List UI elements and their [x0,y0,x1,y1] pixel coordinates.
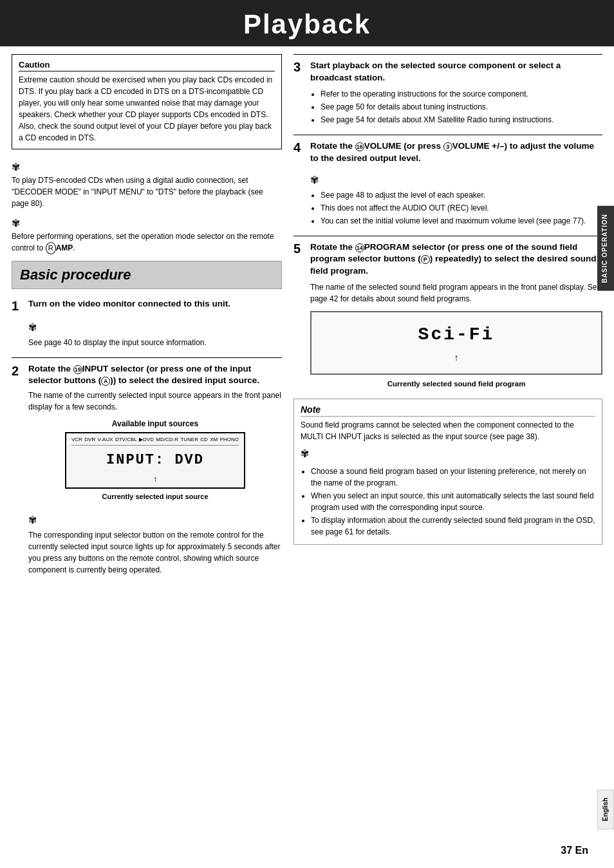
step3-header: 3 Start playback on the selected source … [293,60,602,84]
step5-header: 5 Rotate the 14PROGRAM selector (or pres… [293,241,602,278]
note-tip-bullet-2: When you select an input source, this un… [311,490,595,513]
tip1-section: ✾ To play DTS-encoded CDs when using a d… [12,157,282,209]
step3-bullet-2: See page 50 for details about tuning ins… [321,101,602,113]
step1-tip-icon: ✾ [28,320,37,335]
step1-title: Turn on the video monitor connected to t… [28,298,230,310]
step2-input-label: INPUT [82,364,109,373]
step2-tip-icon: ✾ [28,513,37,528]
step1-tip-text: See page 40 to display the input source … [28,338,207,347]
step4-vol2: VOLUME +/– [452,141,505,151]
side-tab-english: English [597,789,614,829]
step5-display-container: Sci-Fi ↑ [310,311,602,375]
step5-circle2: P [421,255,430,264]
step4-tip-icon: ✾ [310,173,319,188]
note-tip-bullets: Choose a sound field program based on yo… [311,466,595,538]
step2-a-circle: A [101,377,110,386]
note-tip-section: ✾ Choose a sound field program based on … [301,442,595,538]
step4-title: Rotate the 16VOLUME (or press 3VOLUME +/… [310,140,602,165]
step5-prog: PROGRAM [364,242,410,252]
section-title: Basic procedure [20,267,274,283]
side-tab-label: BASIC OPERATION [601,214,608,283]
step2: 2 Rotate the 19INPUT selector (or press … [12,357,282,576]
caution-title: Caution [19,60,275,71]
tip2-section: ✾ Before performing operations, set the … [12,213,282,254]
main-content: Caution Extreme caution should be exerci… [0,54,614,585]
tip2-text: Before performing operations, set the op… [12,231,282,254]
step3-bullets: Refer to the operating instructions for … [321,88,602,126]
step1: 1 Turn on the video monitor connected to… [12,298,282,348]
step5-display-arrow: ↑ [321,351,592,364]
note-tip-bullet-1: Choose a sound field program based on yo… [311,466,595,489]
right-column: 3 Start playback on the selected source … [293,54,602,585]
step2-display-arrow: ↑ [71,473,239,485]
note-title: Note [301,404,595,417]
step4-bullet-3: You can set the initial volume level and… [321,215,602,227]
step3-body: Refer to the operating instructions for … [310,88,602,126]
step2-body: The name of the currently selected input… [28,390,282,576]
side-tab-operation: BASIC OPERATION [597,206,614,291]
note-box: Note Sound field programs cannot be sele… [293,399,602,545]
left-column: Caution Extreme caution should be exerci… [12,54,282,585]
side-tab-english-label: English [602,798,609,821]
step2-number: 2 [12,363,23,379]
step3: 3 Start playback on the selected source … [293,54,602,126]
note-text: Sound field programs cannot be selected … [301,419,595,538]
step5-body: The name of the selected sound field pro… [310,281,602,390]
tip2-icon: ✾ [12,217,20,229]
step4-bullets: See page 48 to adjust the level of each … [321,189,602,227]
step1-header: 1 Turn on the video monitor connected to… [12,298,282,314]
section-header: Basic procedure [12,261,282,289]
step1-number: 1 [12,298,23,314]
page-title: Playback [0,9,614,40]
step2-diagram-label: Available input sources [28,418,282,429]
step2-display-text: INPUT: DVD [71,447,239,473]
tip1-text: To play DTS-encoded CDs when using a dig… [12,175,282,209]
note-tip-bullet-3: To display information about the current… [311,514,595,538]
caution-text: Extreme caution should be exercised when… [19,74,275,144]
step4-circle1: 16 [355,142,364,151]
step5-body-text: The name of the selected sound field pro… [310,281,602,305]
caution-box: Caution Extreme caution should be exerci… [12,54,282,149]
note-tip-icon: ✾ [301,446,309,462]
step4-bullet-1: See page 48 to adjust the level of each … [321,189,602,201]
step4-vol1: VOLUME [364,141,402,151]
step2-title: Rotate the 19INPUT selector (or press on… [28,363,282,388]
step2-divider [12,357,282,358]
step4-number: 4 [293,140,305,165]
step2-body-text: The name of the currently selected input… [28,390,282,413]
amp-label: AMP [56,243,73,252]
step5-title: Rotate the 14PROGRAM selector (or press … [310,241,602,278]
step5-caption: Currently selected sound field program [310,379,602,390]
step3-bullet-1: Refer to the operating instructions for … [321,88,602,100]
page-number: 37 En [561,845,588,856]
step4-header: 4 Rotate the 16VOLUME (or press 3VOLUME … [293,140,602,165]
step2-caption: Currently selected input source [28,491,282,502]
step5-circle1: 14 [355,243,364,252]
step2-header: 2 Rotate the 19INPUT selector (or press … [12,363,282,388]
tip1-icon: ✾ [12,161,20,173]
step4-circle2: 3 [443,142,452,151]
step2-tip-text: The corresponding input selector button … [28,531,281,574]
step2-display: VCR DVR V-AUX DTV/CBL ▶DVD MD/CD-R TUNER… [65,432,245,489]
step2-circle: 19 [73,365,82,374]
step5: 5 Rotate the 14PROGRAM selector (or pres… [293,236,602,390]
step4: 4 Rotate the 16VOLUME (or press 3VOLUME … [293,135,602,227]
step4-bullet-2: This does not affect the AUDIO OUT (REC)… [321,202,602,214]
note-body: Sound field programs cannot be selected … [301,419,595,442]
step1-body: ✾ See page 40 to display the input sourc… [28,316,282,348]
amp-circle: R [46,242,56,254]
step3-number: 3 [293,60,305,84]
step3-bullet-3: See page 54 for details about XM Satelli… [321,114,602,126]
step5-display-text: Sci-Fi [321,321,592,348]
page-header: Playback [0,0,614,46]
step4-body: ✾ See page 48 to adjust the level of eac… [310,169,602,227]
step3-title: Start playback on the selected source co… [310,60,602,84]
step2-display-topbar: VCR DVR V-AUX DTV/CBL ▶DVD MD/CD-R TUNER… [71,436,239,446]
step2-diagram: Available input sources VCR DVR V-AUX DT… [28,418,282,502]
step5-number: 5 [293,241,305,278]
